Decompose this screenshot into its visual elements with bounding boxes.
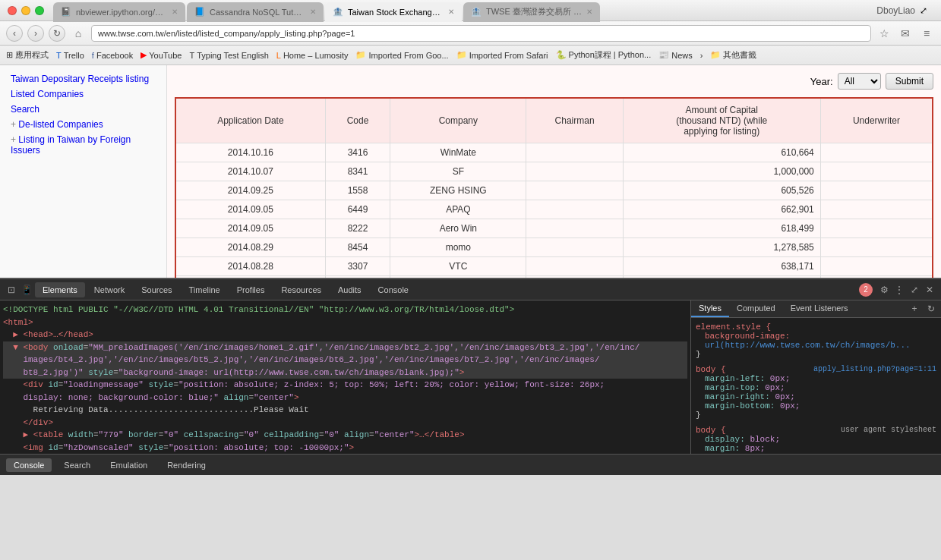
cell-date: 2014.07.25 — [175, 276, 325, 278]
cell-chairman — [526, 276, 623, 278]
submit-button[interactable]: Submit — [886, 73, 933, 90]
bookmark-facebook[interactable]: f Facebook — [92, 51, 133, 60]
devtools-more-icon[interactable]: ⋮ — [892, 283, 906, 297]
bookmark-other[interactable]: 📁 其他書籤 — [710, 49, 756, 61]
facebook-icon: f — [92, 51, 94, 60]
bookmark-imported-google[interactable]: 📁 Imported From Goo... — [355, 50, 448, 60]
devtools-close-icon[interactable]: ✕ — [923, 283, 936, 297]
close-button[interactable] — [8, 6, 17, 15]
tab-label: Taiwan Stock Exchange Co... — [348, 8, 444, 17]
sidebar-item-listed-companies[interactable]: Listed Companies — [6, 87, 160, 102]
computed-tab[interactable]: Computed — [729, 300, 783, 317]
cell-chairman — [526, 238, 623, 257]
status-tab-emulation[interactable]: Emulation — [103, 458, 155, 472]
main-content: Year: All 2014 2013 Submit Application D… — [167, 65, 941, 278]
tab-twse-zh[interactable]: 🏦 TWSE 臺灣證券交易所 › 上... ✕ — [463, 2, 600, 22]
tab-nbviewer[interactable]: 📓 nbviewer.ipython.org/gith... ✕ — [53, 2, 185, 22]
refresh-button[interactable]: ↻ — [49, 25, 65, 42]
cell-chairman — [526, 219, 623, 238]
sidebar-item-foreign-issuers[interactable]: Listing in Taiwan by Foreign Issuers — [6, 132, 160, 158]
bookmark-apps[interactable]: ⊞ 應用程式 — [6, 49, 49, 61]
bookmark-trello[interactable]: T Trello — [56, 51, 84, 60]
python-icon: 🐍 — [556, 50, 567, 60]
devtools-settings-icon[interactable]: ⚙ — [877, 283, 891, 297]
cell-date: 2014.10.16 — [175, 143, 325, 162]
tab-close-icon[interactable]: ✕ — [586, 8, 592, 16]
bookmark-label: Python課程 | Python... — [569, 49, 652, 61]
devtools-tab-timeline[interactable]: Timeline — [182, 282, 228, 297]
table-row: 2014.08.28 3307 VTC 638,171 — [175, 257, 933, 276]
bookmark-more[interactable]: › — [700, 51, 703, 60]
sidebar-item-search[interactable]: Search — [6, 102, 160, 117]
status-tab-console[interactable]: Console — [6, 458, 52, 472]
cell-underwriter — [820, 238, 933, 257]
table-row: 2014.08.29 8454 momo 1,278,585 — [175, 238, 933, 257]
event-listeners-tab[interactable]: Event Listeners — [783, 300, 856, 317]
cell-underwriter — [820, 143, 933, 162]
bookmark-label: News — [671, 51, 693, 60]
back-button[interactable]: ‹ — [6, 25, 23, 42]
devtools-expand-icon[interactable]: ⤢ — [908, 283, 921, 297]
refresh-styles-icon[interactable]: ↻ — [924, 302, 938, 316]
status-tab-rendering[interactable]: Rendering — [159, 458, 213, 472]
bookmark-icon[interactable]: ☆ — [876, 25, 892, 42]
folder-icon: 📁 — [710, 50, 721, 60]
tab-cassandra[interactable]: 📘 Cassandra NoSQL Tutorial ✕ — [187, 2, 324, 22]
devtools-html-panel[interactable]: <!DOCTYPE html PUBLIC "-//W3C//DTD HTML … — [0, 300, 690, 454]
menu-icon[interactable]: ≡ — [918, 25, 935, 42]
devtools-tab-audits[interactable]: Audits — [330, 282, 369, 297]
devtools-inspect-icon[interactable]: ⊡ — [5, 283, 18, 297]
table-row: 2014.09.05 6449 APAQ 662,901 — [175, 200, 933, 219]
code-line-body[interactable]: ▼ <body onload="MM_preloadImages('/en/in… — [3, 341, 687, 354]
bookmark-lumosity[interactable]: L Home – Lumosity — [276, 51, 349, 60]
cell-company: Aero Win — [390, 219, 526, 238]
tab-close-icon[interactable]: ✕ — [448, 8, 454, 16]
col-header-underwriter: Underwriter — [820, 98, 933, 143]
cell-amount: 617,100 — [623, 276, 820, 278]
forward-button[interactable]: › — [27, 25, 44, 42]
devtools-tab-profiles[interactable]: Profiles — [229, 282, 273, 297]
address-bar[interactable]: www.twse.com.tw/en/listed/listed_company… — [91, 25, 871, 42]
cell-code: 3307 — [325, 257, 390, 276]
minimize-button[interactable] — [21, 6, 30, 15]
bookmark-youtube[interactable]: ▶ YouTube — [141, 50, 182, 60]
expand-icon[interactable]: ⤢ — [920, 5, 927, 16]
year-select[interactable]: All 2014 2013 — [838, 73, 881, 90]
tab-twse-active[interactable]: 🏦 Taiwan Stock Exchange Co... ✕ — [325, 2, 462, 22]
status-tab-search[interactable]: Search — [56, 458, 98, 472]
devtools-tab-console[interactable]: Console — [371, 282, 416, 297]
bookmark-python[interactable]: 🐍 Python課程 | Python... — [556, 49, 652, 61]
col-header-company: Company — [390, 98, 526, 143]
cell-company: VTC — [390, 257, 526, 276]
code-line: bt8_2.jpg')" style="background-image: ur… — [3, 367, 687, 379]
cell-amount: 638,171 — [623, 257, 820, 276]
cell-code: 6449 — [325, 200, 390, 219]
code-line: ▶ <head>…</head> — [3, 329, 687, 341]
devtools-tab-sources[interactable]: Sources — [134, 282, 179, 297]
bookmark-typing[interactable]: T Typing Test English — [189, 51, 268, 60]
sidebar-item-de-listed[interactable]: De-listed Companies — [6, 117, 160, 132]
devtools-tab-resources[interactable]: Resources — [273, 282, 329, 297]
cell-underwriter — [820, 162, 933, 181]
mail-icon[interactable]: ✉ — [897, 25, 914, 42]
table-row: 2014.09.25 1558 ZENG HSING 605,526 — [175, 181, 933, 200]
tab-close-icon[interactable]: ✕ — [172, 8, 178, 16]
cell-date: 2014.09.05 — [175, 200, 325, 219]
maximize-button[interactable] — [35, 6, 44, 15]
navigation-bar: ‹ › ↻ ⌂ www.twse.com.tw/en/listed/listed… — [0, 21, 941, 46]
bookmark-news[interactable]: 📰 News — [658, 50, 693, 60]
cell-code: 8341 — [325, 162, 390, 181]
code-line: Retrieving Data.........................… — [3, 404, 687, 417]
sidebar-item-depositary-receipts[interactable]: Taiwan Depositary Receipts listing — [6, 71, 160, 87]
cell-date: 2014.08.28 — [175, 257, 325, 276]
tab-favicon: 📓 — [61, 7, 71, 17]
devtools-tab-elements[interactable]: Elements — [35, 282, 85, 297]
tab-close-icon[interactable]: ✕ — [310, 8, 316, 16]
add-style-icon[interactable]: + — [908, 302, 921, 316]
devtools-tab-network[interactable]: Network — [87, 282, 132, 297]
bookmark-imported-safari[interactable]: 📁 Imported From Safari — [456, 50, 548, 60]
home-button[interactable]: ⌂ — [70, 25, 87, 42]
cell-underwriter — [820, 276, 933, 278]
devtools-mobile-icon[interactable]: 📱 — [20, 283, 33, 297]
styles-tab[interactable]: Styles — [691, 300, 729, 317]
